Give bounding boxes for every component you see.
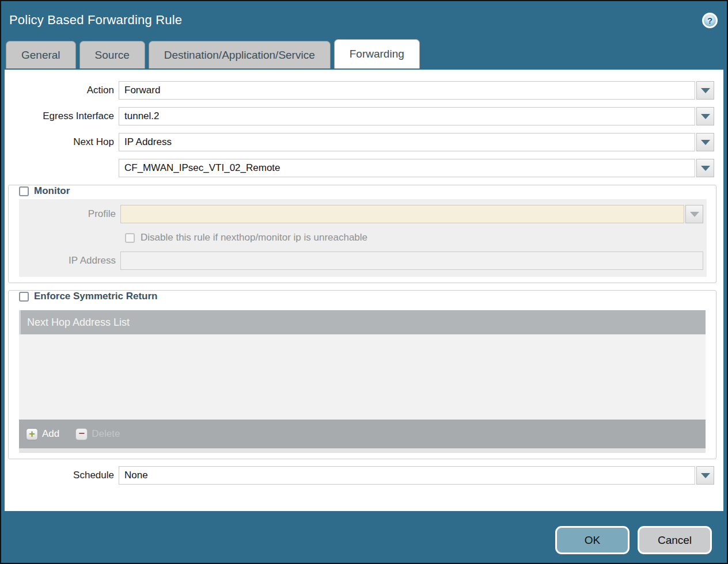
- symmetric-return-section-title: Enforce Symmetric Return: [34, 291, 157, 302]
- add-button-label: Add: [42, 428, 59, 440]
- plus-glyph: +: [29, 429, 35, 439]
- profile-dropdown-button: [685, 205, 703, 223]
- dialog-footer: OK Cancel: [555, 526, 712, 554]
- delete-button: − Delete: [75, 428, 120, 440]
- tab-bar: General Source Destination/Application/S…: [1, 39, 727, 68]
- chevron-down-icon: [701, 88, 710, 93]
- table-bottom-strip: [19, 448, 706, 453]
- dialog-titlebar: Policy Based Forwarding Rule ?: [1, 1, 727, 39]
- monitor-ip-address-row: IP Address: [19, 251, 703, 270]
- add-button[interactable]: + Add: [26, 428, 59, 440]
- tab-destination-application-service[interactable]: Destination/Application/Service: [149, 41, 331, 68]
- monitor-section: Monitor Profile Disable this rule if nex…: [8, 185, 716, 283]
- egress-interface-label: Egress Interface: [14, 110, 119, 122]
- next-hop-address-row: CF_MWAN_IPsec_VTI_02_Remote: [14, 159, 714, 177]
- next-hop-address-list-toolbar: + Add − Delete: [19, 420, 706, 448]
- schedule-dropdown-button[interactable]: [696, 466, 714, 485]
- egress-interface-row: Egress Interface tunnel.2: [14, 107, 714, 125]
- monitor-section-title: Monitor: [34, 185, 70, 197]
- next-hop-address-list-table: Next Hop Address List + Add − Delete: [19, 310, 706, 453]
- monitor-panel: Profile Disable this rule if nexthop/mon…: [19, 199, 707, 277]
- schedule-label: Schedule: [14, 470, 119, 481]
- profile-label: Profile: [19, 208, 120, 220]
- schedule-dropdown[interactable]: None: [119, 466, 695, 485]
- chevron-down-icon: [701, 114, 710, 119]
- next-hop-type-dropdown-button[interactable]: [696, 133, 714, 151]
- forwarding-tab-panel: Action Forward Egress Interface tunnel.2…: [5, 70, 723, 511]
- minus-glyph: −: [78, 428, 85, 439]
- cancel-button[interactable]: Cancel: [638, 526, 712, 554]
- action-row: Action Forward: [14, 81, 714, 100]
- disable-rule-label: Disable this rule if nexthop/monitor ip …: [141, 232, 367, 243]
- ok-button[interactable]: OK: [555, 526, 630, 554]
- tab-source[interactable]: Source: [79, 41, 145, 68]
- profile-row: Profile: [19, 205, 703, 223]
- next-hop-address-list-header: Next Hop Address List: [19, 310, 706, 334]
- symmetric-return-section: Enforce Symmetric Return Next Hop Addres…: [8, 290, 716, 459]
- action-dropdown-button[interactable]: [696, 81, 714, 100]
- enforce-symmetric-return-checkbox[interactable]: [19, 292, 29, 302]
- help-icon[interactable]: ?: [702, 13, 718, 28]
- monitor-checkbox[interactable]: [19, 186, 29, 196]
- chevron-down-icon: [690, 212, 699, 217]
- chevron-down-icon: [701, 473, 710, 478]
- next-hop-address-list-body: [19, 334, 706, 420]
- monitor-ip-address-input: [120, 251, 703, 270]
- dialog-title: Policy Based Forwarding Rule: [9, 13, 182, 28]
- next-hop-row: Next Hop IP Address: [14, 133, 714, 151]
- next-hop-type-dropdown[interactable]: IP Address: [119, 133, 695, 151]
- delete-icon: −: [75, 428, 88, 440]
- next-hop-label: Next Hop: [14, 136, 119, 148]
- action-label: Action: [14, 85, 119, 96]
- disable-rule-row: Disable this rule if nexthop/monitor ip …: [125, 232, 703, 243]
- delete-button-label: Delete: [92, 428, 120, 440]
- egress-interface-dropdown-button[interactable]: [696, 107, 714, 125]
- chevron-down-icon: [701, 140, 710, 145]
- chevron-down-icon: [701, 166, 710, 171]
- add-icon: +: [26, 428, 38, 440]
- tab-general[interactable]: General: [6, 41, 76, 68]
- next-hop-address-dropdown[interactable]: CF_MWAN_IPsec_VTI_02_Remote: [119, 159, 695, 177]
- profile-dropdown: [120, 205, 684, 223]
- disable-rule-checkbox: [125, 233, 135, 243]
- monitor-ip-address-label: IP Address: [19, 255, 120, 266]
- tab-forwarding[interactable]: Forwarding: [334, 39, 420, 68]
- action-dropdown[interactable]: Forward: [119, 81, 695, 100]
- egress-interface-dropdown[interactable]: tunnel.2: [119, 107, 695, 125]
- policy-based-forwarding-rule-dialog: { "dialog": { "title": "Policy Based For…: [0, 0, 728, 564]
- schedule-row: Schedule None: [14, 466, 714, 485]
- next-hop-address-dropdown-button[interactable]: [696, 159, 714, 177]
